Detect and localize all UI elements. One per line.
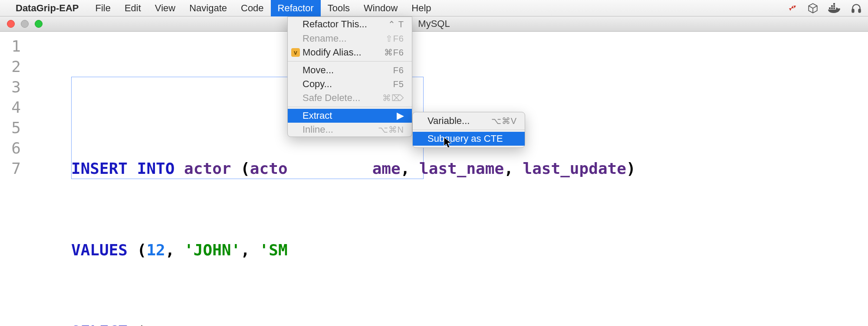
window-titlebar: MySQL <box>0 16 868 32</box>
svg-rect-5 <box>833 3 835 5</box>
menu-code[interactable]: Code <box>234 0 271 16</box>
menu-tools[interactable]: Tools <box>321 0 357 16</box>
slack-icon[interactable] <box>787 3 798 13</box>
menu-edit[interactable]: Edit <box>118 0 148 16</box>
mac-menubar: DataGrip-EAP File Edit View Navigate Cod… <box>0 0 868 16</box>
menu-navigate[interactable]: Navigate <box>182 0 234 16</box>
menu-extract-variable[interactable]: Variable... ⌥⌘V <box>413 114 525 128</box>
cube-icon[interactable] <box>807 3 819 14</box>
docker-icon[interactable] <box>828 3 841 13</box>
menu-copy[interactable]: Copy... F5 <box>288 77 412 91</box>
menu-rename: Rename... ⇧F6 <box>288 32 412 46</box>
line-number: 6 <box>0 138 21 158</box>
menu-separator <box>288 61 412 62</box>
app-name[interactable]: DataGrip-EAP <box>16 3 79 14</box>
svg-rect-6 <box>852 9 854 13</box>
line-number: 3 <box>0 77 21 97</box>
code-content[interactable]: INSERT INTO actor (acto ame, last_name, … <box>30 32 868 326</box>
menu-help[interactable]: Help <box>404 0 438 16</box>
traffic-lights <box>0 20 43 28</box>
svg-rect-0 <box>829 7 831 9</box>
menu-separator <box>288 107 412 107</box>
menu-refactor[interactable]: Refactor <box>271 0 321 16</box>
code-line: VALUES (12, 'JOHN', 'SM <box>30 240 868 260</box>
refactor-menu-panel: Refactor This... ⌃ T Rename... ⇧F6 v Mod… <box>287 16 412 137</box>
menu-file[interactable]: File <box>88 0 117 16</box>
code-line: INSERT INTO actor (acto ame, last_name, … <box>30 158 868 179</box>
menu-window[interactable]: Window <box>357 0 404 16</box>
menu-extract-subquery-cte[interactable]: Subquery as CTE <box>413 132 525 146</box>
zoom-window-button[interactable] <box>35 20 43 28</box>
minimize-window-button[interactable] <box>21 20 29 28</box>
menu-view[interactable]: View <box>148 0 182 16</box>
code-line: SELECT * <box>30 321 868 326</box>
menu-separator <box>413 130 525 130</box>
line-number: 4 <box>0 97 21 117</box>
line-number: 2 <box>0 56 21 77</box>
menu-move[interactable]: Move... F6 <box>288 63 412 77</box>
extract-submenu-panel: Variable... ⌥⌘V Subquery as CTE <box>412 112 525 148</box>
svg-rect-7 <box>858 9 860 13</box>
menu-safe-delete: Safe Delete... ⌘⌦ <box>288 91 412 105</box>
menu-extract[interactable]: Extract ▶ <box>288 109 412 123</box>
menubar-status-icons <box>787 3 862 14</box>
submenu-arrow-icon: ▶ <box>397 110 404 121</box>
menu-inline: Inline... ⌥⌘N <box>288 123 412 137</box>
line-number: 5 <box>0 117 21 138</box>
svg-rect-3 <box>831 5 833 7</box>
svg-rect-4 <box>833 5 835 7</box>
headphones-icon[interactable] <box>851 3 862 14</box>
code-editor[interactable]: 1 2 3 4 5 6 7 INSERT INTO actor (acto am… <box>0 32 868 326</box>
line-number: 1 <box>0 36 21 56</box>
svg-rect-1 <box>831 7 833 9</box>
menu-modify-alias[interactable]: v Modify Alias... ⌘F6 <box>288 46 412 59</box>
close-window-button[interactable] <box>7 20 15 28</box>
line-number-gutter: 1 2 3 4 5 6 7 <box>0 32 30 326</box>
view-icon: v <box>291 48 300 57</box>
line-number: 7 <box>0 158 21 179</box>
window-title: MySQL <box>418 18 450 29</box>
svg-rect-2 <box>833 7 835 9</box>
menu-refactor-this[interactable]: Refactor This... ⌃ T <box>288 17 412 32</box>
